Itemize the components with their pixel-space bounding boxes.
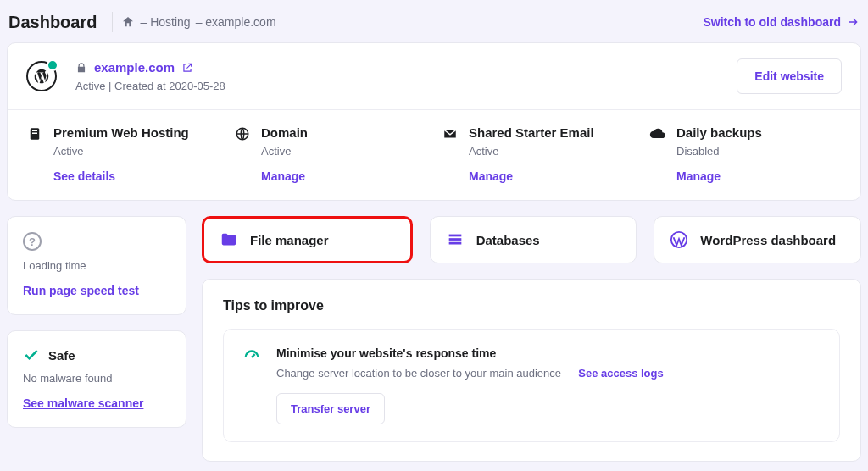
manage-domain-link[interactable]: Manage	[261, 169, 308, 183]
stat-title: Domain	[261, 125, 308, 140]
stat-status: Active	[469, 145, 594, 158]
wordpress-label: WordPress dashboard	[700, 233, 836, 247]
lock-icon	[75, 62, 87, 74]
page-title: Dashboard	[8, 13, 97, 32]
tip-card: Minimise your website's response time Ch…	[223, 329, 840, 442]
question-icon: ?	[23, 232, 42, 251]
file-manager-button[interactable]: File manager	[202, 216, 413, 263]
see-details-link[interactable]: See details	[53, 169, 189, 183]
manage-backups-link[interactable]: Manage	[676, 169, 762, 183]
divider	[112, 12, 113, 32]
wordpress-icon	[670, 230, 688, 249]
site-panel: example.com Active | Created at 2020-05-…	[7, 42, 861, 201]
svg-rect-1	[32, 130, 37, 132]
mail-icon	[442, 125, 459, 142]
manage-email-link[interactable]: Manage	[469, 169, 594, 183]
svg-rect-5	[448, 238, 461, 241]
gauge-icon	[242, 346, 261, 365]
transfer-server-button[interactable]: Transfer server	[276, 393, 385, 424]
tip-desc: Change server location to be closer to y…	[276, 367, 664, 380]
stat-title: Premium Web Hosting	[53, 125, 189, 140]
tip-title: Minimise your website's response time	[276, 346, 664, 360]
switch-dashboard-link[interactable]: Switch to old dashboard	[703, 15, 860, 29]
safe-sub: No malware found	[23, 372, 170, 385]
breadcrumb-domain[interactable]: – example.com	[196, 15, 276, 29]
stat-status: Active	[261, 145, 308, 158]
edit-website-button[interactable]: Edit website	[737, 58, 842, 94]
stat-title: Daily backups	[676, 125, 762, 140]
cloud-icon	[649, 125, 666, 142]
breadcrumb-hosting[interactable]: – Hosting	[140, 15, 190, 29]
site-meta: Active | Created at 2020-05-28	[75, 80, 225, 92]
home-icon[interactable]	[121, 15, 135, 29]
svg-rect-4	[448, 235, 461, 237]
database-icon	[446, 230, 465, 249]
arrow-right-icon	[846, 15, 860, 29]
stat-title: Shared Starter Email	[469, 125, 594, 140]
malware-scanner-link[interactable]: See malware scanner	[23, 396, 170, 410]
run-speed-test-link[interactable]: Run page speed test	[23, 284, 170, 297]
external-link-icon[interactable]	[181, 62, 193, 74]
file-manager-label: File manager	[250, 233, 329, 247]
svg-rect-6	[448, 242, 461, 245]
check-icon	[23, 346, 40, 363]
stat-status: Disabled	[676, 145, 762, 158]
loading-time-card: ? Loading time Run page speed test	[7, 216, 186, 315]
wordpress-logo	[26, 61, 57, 91]
loading-time-label: Loading time	[23, 259, 170, 272]
databases-label: Databases	[476, 233, 540, 247]
globe-icon	[234, 125, 251, 142]
folder-icon	[220, 230, 238, 249]
breadcrumb: – Hosting – example.com	[121, 15, 275, 29]
safe-title: Safe	[48, 348, 75, 363]
domain-name[interactable]: example.com	[94, 60, 175, 75]
status-dot-icon	[47, 59, 58, 71]
see-access-logs-link[interactable]: See access logs	[578, 367, 663, 380]
safe-card: Safe No malware found See malware scanne…	[7, 330, 186, 428]
databases-button[interactable]: Databases	[430, 216, 637, 263]
tips-heading: Tips to improve	[223, 298, 840, 313]
svg-rect-2	[32, 133, 37, 135]
wordpress-dashboard-button[interactable]: WordPress dashboard	[654, 216, 861, 263]
tips-panel: Tips to improve Minimise your website's …	[202, 279, 861, 462]
stat-status: Active	[53, 145, 189, 158]
server-icon	[26, 125, 43, 142]
